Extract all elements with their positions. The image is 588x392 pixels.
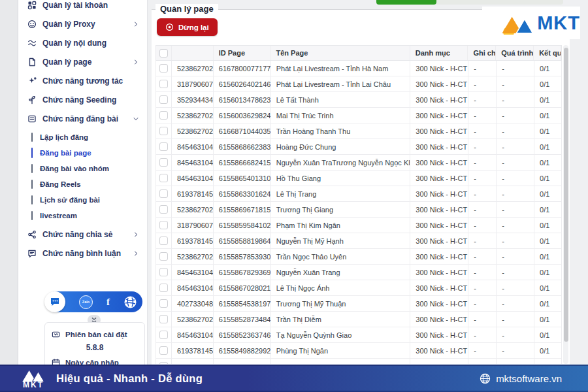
post-icon	[27, 114, 37, 123]
row-checkbox[interactable]	[159, 252, 168, 261]
account-id-cell: 845463104	[172, 139, 214, 154]
row-checkbox[interactable]	[159, 95, 168, 104]
note-cell: -	[468, 343, 497, 358]
account-id-cell: 619378145	[172, 343, 214, 358]
account-id-cell: 619378145	[172, 233, 214, 248]
page-name-cell: Phạm Thị Mỹ Trinh	[271, 359, 411, 364]
sidebar-item-content[interactable]: Quản lý nội dung	[18, 33, 147, 52]
row-checkbox[interactable]	[159, 158, 168, 167]
row-checkbox[interactable]	[159, 80, 168, 88]
row-checkbox[interactable]	[159, 346, 168, 355]
submenu-item-label: Đăng bài vào nhóm	[40, 165, 109, 172]
category-cell: 300 Nick - H-CT	[410, 123, 468, 139]
submenu-item[interactable]: Lập lịch đăng	[18, 129, 147, 145]
row-checkbox[interactable]	[159, 315, 168, 323]
row-checkbox[interactable]	[159, 205, 168, 214]
install-version-row: Phiên bản cài đặt	[52, 330, 138, 338]
submenu-item[interactable]: Lịch sử đăng bài	[18, 192, 147, 208]
row-checkbox[interactable]	[159, 221, 168, 229]
row-checkbox[interactable]	[159, 174, 168, 182]
submenu-item[interactable]: Đăng Reels	[18, 176, 147, 192]
scrollbar-thumb[interactable]	[564, 48, 568, 342]
row-checkbox[interactable]	[159, 111, 168, 120]
note-cell: -	[468, 92, 497, 107]
category-cell: 300 Nick - H-CT	[410, 186, 468, 201]
sidebar-item-share[interactable]: Chức năng chia sẻ	[18, 225, 147, 244]
facebook-icon[interactable]: f	[106, 297, 110, 308]
sidebar-item-interact[interactable]: Chức năng tương tác	[18, 71, 147, 90]
install-version-label: Phiên bản cài đặt	[65, 331, 127, 338]
table-row: 84546310461558678293691Nguyễn Xuân Trang…	[156, 265, 562, 280]
table-row: 84546310461558498145760Phạm Thị Mỹ Trinh…	[156, 359, 562, 364]
page-name-cell: Nguyễn Xuân TraTrương Nguyễn Ngọc Khánhn…	[271, 155, 411, 170]
row-checkbox[interactable]	[159, 362, 168, 364]
note-cell: -	[468, 312, 497, 327]
sidebar-item-page[interactable]: Quản lý page	[18, 52, 147, 71]
sidebar-item-post[interactable]: Chức năng đăng bài	[18, 109, 147, 128]
header-cell: Quá trình	[496, 46, 534, 60]
comment-icon	[27, 249, 37, 258]
page-name-cell: Trần Ngọc Thảo Uyên	[271, 249, 411, 264]
page-id-cell: 61558686623831	[214, 139, 271, 154]
account-id-cell: 845463104	[172, 327, 214, 342]
row-select-cell	[156, 123, 172, 139]
page-id-cell: 61668710440354	[214, 123, 271, 139]
footer-website-text: mktsoftware.vn	[496, 373, 562, 384]
page-name-cell: Nguyễn Thị Mỹ Hạnh	[271, 233, 411, 248]
table-row: 84546310461558670280218Lê Thị Ngọc Ánh30…	[156, 280, 562, 296]
chevron-down-icon	[133, 116, 139, 122]
submenu-item[interactable]: Đăng bài vào nhóm	[18, 161, 147, 176]
note-cell: -	[468, 296, 497, 311]
chevron-right-icon	[133, 231, 139, 238]
row-checkbox[interactable]	[159, 284, 168, 292]
row-checkbox[interactable]	[159, 64, 168, 73]
sidebar-item-seeding[interactable]: Chức năng Seeding	[18, 90, 147, 109]
zalo-icon[interactable]: Zalo	[79, 295, 93, 309]
table-row: 52386270261558696718155Trương Thị Giang3…	[156, 202, 562, 218]
progress-cell: -	[497, 123, 534, 139]
stop-button[interactable]: Dừng lại	[157, 18, 218, 36]
app-window: Quản lý tài khoảnQuản lý ProxyQuản lý nộ…	[0, 0, 588, 392]
result-cell: 0/1	[534, 76, 562, 91]
row-select-cell	[156, 280, 172, 295]
pages-table: ID PageTên PageDanh mụcGhi chúQuá trìnhK…	[155, 45, 562, 364]
row-checkbox[interactable]	[159, 331, 168, 339]
select-all-checkbox[interactable]	[159, 49, 168, 57]
row-checkbox[interactable]	[159, 127, 168, 135]
row-checkbox[interactable]	[159, 299, 168, 308]
row-checkbox[interactable]	[159, 189, 168, 198]
category-cell: 300 Nick - H-CT	[410, 343, 468, 358]
page-id-cell: 61558498829927	[214, 343, 271, 358]
account-id-cell: 523862702	[172, 108, 214, 123]
category-cell: 300 Nick - H-CT	[410, 265, 468, 280]
page-id-cell: 61558633016243	[214, 186, 271, 201]
sidebar-item-label: Chức năng Seeding	[42, 95, 116, 105]
row-checkbox[interactable]	[159, 268, 168, 276]
footer-slogan: Hiệu quả - Nhanh - Dễ dùng	[56, 372, 203, 385]
sidebar-item-proxy[interactable]: Quản lý Proxy	[18, 14, 147, 33]
chat-support-icon[interactable]	[44, 291, 65, 312]
submenu-item[interactable]: livestream	[18, 208, 147, 223]
row-checkbox[interactable]	[159, 237, 168, 245]
page-id-cell: 61558666824151	[214, 155, 271, 170]
table-row: 61937814561558588198646Nguyễn Thị Mỹ Hạn…	[156, 233, 562, 249]
account-id-cell: 352934434	[172, 92, 214, 107]
sidebar-item-grid[interactable]: Quản lý tài khoản	[18, 0, 147, 14]
result-cell: 0/1	[534, 92, 562, 107]
note-cell: -	[468, 218, 497, 233]
stop-button-label: Dừng lại	[178, 24, 209, 31]
submenu-item-active[interactable]: Đăng bài page	[18, 145, 147, 161]
globe-icon[interactable]	[123, 295, 137, 309]
page-id-cell: 61558588198646	[214, 233, 271, 248]
progress-cell: -	[497, 202, 534, 217]
account-id-cell: 845463104	[172, 280, 214, 295]
sidebar-item-comment[interactable]: Chức năng bình luận	[18, 244, 147, 263]
category-cell: 300 Nick - H-CT	[410, 92, 468, 107]
header-cell: Kết quả	[534, 46, 561, 60]
table-scrollbar[interactable]	[563, 45, 568, 364]
row-checkbox[interactable]	[159, 142, 168, 151]
sidebar-item-label: Quản lý page	[42, 57, 91, 67]
footer-website[interactable]: mktsoftware.vn	[480, 373, 562, 384]
background-window-strip	[0, 0, 18, 392]
result-cell: 0/1	[534, 312, 562, 327]
